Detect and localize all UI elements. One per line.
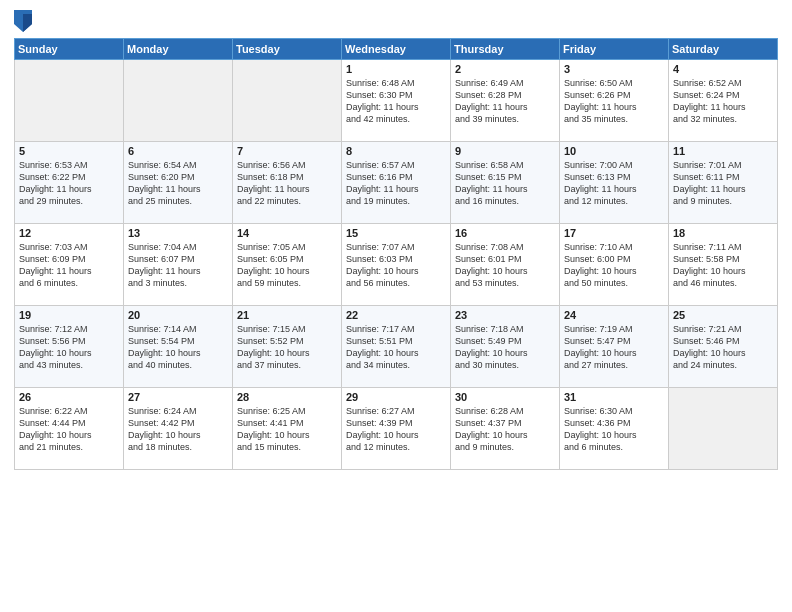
day-number: 9 (455, 145, 555, 157)
weekday-header-sunday: Sunday (15, 39, 124, 60)
day-number: 1 (346, 63, 446, 75)
calendar-cell: 22Sunrise: 7:17 AM Sunset: 5:51 PM Dayli… (342, 306, 451, 388)
weekday-header-tuesday: Tuesday (233, 39, 342, 60)
calendar-cell (15, 60, 124, 142)
calendar-cell: 3Sunrise: 6:50 AM Sunset: 6:26 PM Daylig… (560, 60, 669, 142)
week-row-1: 1Sunrise: 6:48 AM Sunset: 6:30 PM Daylig… (15, 60, 778, 142)
day-number: 26 (19, 391, 119, 403)
calendar-cell: 29Sunrise: 6:27 AM Sunset: 4:39 PM Dayli… (342, 388, 451, 470)
day-info: Sunrise: 7:05 AM Sunset: 6:05 PM Dayligh… (237, 241, 337, 290)
day-number: 15 (346, 227, 446, 239)
day-info: Sunrise: 7:11 AM Sunset: 5:58 PM Dayligh… (673, 241, 773, 290)
weekday-header-thursday: Thursday (451, 39, 560, 60)
weekday-header-monday: Monday (124, 39, 233, 60)
weekday-header-row: SundayMondayTuesdayWednesdayThursdayFrid… (15, 39, 778, 60)
day-info: Sunrise: 7:19 AM Sunset: 5:47 PM Dayligh… (564, 323, 664, 372)
day-info: Sunrise: 7:14 AM Sunset: 5:54 PM Dayligh… (128, 323, 228, 372)
day-info: Sunrise: 6:52 AM Sunset: 6:24 PM Dayligh… (673, 77, 773, 126)
day-number: 28 (237, 391, 337, 403)
day-info: Sunrise: 6:30 AM Sunset: 4:36 PM Dayligh… (564, 405, 664, 454)
day-number: 24 (564, 309, 664, 321)
calendar-cell: 16Sunrise: 7:08 AM Sunset: 6:01 PM Dayli… (451, 224, 560, 306)
calendar-cell: 11Sunrise: 7:01 AM Sunset: 6:11 PM Dayli… (669, 142, 778, 224)
day-number: 8 (346, 145, 446, 157)
day-number: 14 (237, 227, 337, 239)
day-info: Sunrise: 6:28 AM Sunset: 4:37 PM Dayligh… (455, 405, 555, 454)
day-info: Sunrise: 7:17 AM Sunset: 5:51 PM Dayligh… (346, 323, 446, 372)
calendar-cell: 1Sunrise: 6:48 AM Sunset: 6:30 PM Daylig… (342, 60, 451, 142)
page: SundayMondayTuesdayWednesdayThursdayFrid… (0, 0, 792, 612)
calendar-cell: 24Sunrise: 7:19 AM Sunset: 5:47 PM Dayli… (560, 306, 669, 388)
calendar-cell: 7Sunrise: 6:56 AM Sunset: 6:18 PM Daylig… (233, 142, 342, 224)
day-number: 6 (128, 145, 228, 157)
calendar-cell: 19Sunrise: 7:12 AM Sunset: 5:56 PM Dayli… (15, 306, 124, 388)
day-number: 12 (19, 227, 119, 239)
day-info: Sunrise: 7:03 AM Sunset: 6:09 PM Dayligh… (19, 241, 119, 290)
calendar-cell: 26Sunrise: 6:22 AM Sunset: 4:44 PM Dayli… (15, 388, 124, 470)
day-number: 27 (128, 391, 228, 403)
day-number: 10 (564, 145, 664, 157)
calendar-cell: 23Sunrise: 7:18 AM Sunset: 5:49 PM Dayli… (451, 306, 560, 388)
day-number: 7 (237, 145, 337, 157)
calendar-cell: 4Sunrise: 6:52 AM Sunset: 6:24 PM Daylig… (669, 60, 778, 142)
calendar-cell: 8Sunrise: 6:57 AM Sunset: 6:16 PM Daylig… (342, 142, 451, 224)
day-info: Sunrise: 6:22 AM Sunset: 4:44 PM Dayligh… (19, 405, 119, 454)
weekday-header-wednesday: Wednesday (342, 39, 451, 60)
week-row-4: 19Sunrise: 7:12 AM Sunset: 5:56 PM Dayli… (15, 306, 778, 388)
calendar-cell: 2Sunrise: 6:49 AM Sunset: 6:28 PM Daylig… (451, 60, 560, 142)
calendar-cell: 30Sunrise: 6:28 AM Sunset: 4:37 PM Dayli… (451, 388, 560, 470)
day-number: 31 (564, 391, 664, 403)
day-number: 16 (455, 227, 555, 239)
calendar-cell: 17Sunrise: 7:10 AM Sunset: 6:00 PM Dayli… (560, 224, 669, 306)
weekday-header-saturday: Saturday (669, 39, 778, 60)
day-number: 5 (19, 145, 119, 157)
day-number: 21 (237, 309, 337, 321)
day-info: Sunrise: 7:15 AM Sunset: 5:52 PM Dayligh… (237, 323, 337, 372)
day-number: 2 (455, 63, 555, 75)
day-info: Sunrise: 6:27 AM Sunset: 4:39 PM Dayligh… (346, 405, 446, 454)
calendar: SundayMondayTuesdayWednesdayThursdayFrid… (14, 38, 778, 470)
day-info: Sunrise: 6:56 AM Sunset: 6:18 PM Dayligh… (237, 159, 337, 208)
day-info: Sunrise: 7:18 AM Sunset: 5:49 PM Dayligh… (455, 323, 555, 372)
day-number: 19 (19, 309, 119, 321)
calendar-cell: 25Sunrise: 7:21 AM Sunset: 5:46 PM Dayli… (669, 306, 778, 388)
day-info: Sunrise: 6:48 AM Sunset: 6:30 PM Dayligh… (346, 77, 446, 126)
calendar-cell (233, 60, 342, 142)
day-number: 22 (346, 309, 446, 321)
calendar-cell (124, 60, 233, 142)
calendar-cell: 12Sunrise: 7:03 AM Sunset: 6:09 PM Dayli… (15, 224, 124, 306)
calendar-cell (669, 388, 778, 470)
day-info: Sunrise: 7:10 AM Sunset: 6:00 PM Dayligh… (564, 241, 664, 290)
weekday-header-friday: Friday (560, 39, 669, 60)
week-row-3: 12Sunrise: 7:03 AM Sunset: 6:09 PM Dayli… (15, 224, 778, 306)
day-number: 20 (128, 309, 228, 321)
day-number: 18 (673, 227, 773, 239)
calendar-cell: 21Sunrise: 7:15 AM Sunset: 5:52 PM Dayli… (233, 306, 342, 388)
day-info: Sunrise: 6:58 AM Sunset: 6:15 PM Dayligh… (455, 159, 555, 208)
day-info: Sunrise: 6:25 AM Sunset: 4:41 PM Dayligh… (237, 405, 337, 454)
calendar-cell: 15Sunrise: 7:07 AM Sunset: 6:03 PM Dayli… (342, 224, 451, 306)
day-number: 30 (455, 391, 555, 403)
logo (14, 10, 37, 32)
day-number: 17 (564, 227, 664, 239)
calendar-cell: 27Sunrise: 6:24 AM Sunset: 4:42 PM Dayli… (124, 388, 233, 470)
calendar-cell: 20Sunrise: 7:14 AM Sunset: 5:54 PM Dayli… (124, 306, 233, 388)
day-number: 11 (673, 145, 773, 157)
calendar-cell: 5Sunrise: 6:53 AM Sunset: 6:22 PM Daylig… (15, 142, 124, 224)
calendar-cell: 10Sunrise: 7:00 AM Sunset: 6:13 PM Dayli… (560, 142, 669, 224)
calendar-cell: 13Sunrise: 7:04 AM Sunset: 6:07 PM Dayli… (124, 224, 233, 306)
day-number: 3 (564, 63, 664, 75)
calendar-cell: 28Sunrise: 6:25 AM Sunset: 4:41 PM Dayli… (233, 388, 342, 470)
day-number: 23 (455, 309, 555, 321)
day-info: Sunrise: 6:54 AM Sunset: 6:20 PM Dayligh… (128, 159, 228, 208)
day-number: 25 (673, 309, 773, 321)
calendar-cell: 31Sunrise: 6:30 AM Sunset: 4:36 PM Dayli… (560, 388, 669, 470)
week-row-2: 5Sunrise: 6:53 AM Sunset: 6:22 PM Daylig… (15, 142, 778, 224)
day-info: Sunrise: 7:01 AM Sunset: 6:11 PM Dayligh… (673, 159, 773, 208)
day-number: 4 (673, 63, 773, 75)
day-info: Sunrise: 6:24 AM Sunset: 4:42 PM Dayligh… (128, 405, 228, 454)
day-info: Sunrise: 7:12 AM Sunset: 5:56 PM Dayligh… (19, 323, 119, 372)
day-info: Sunrise: 7:21 AM Sunset: 5:46 PM Dayligh… (673, 323, 773, 372)
day-info: Sunrise: 7:08 AM Sunset: 6:01 PM Dayligh… (455, 241, 555, 290)
day-info: Sunrise: 6:57 AM Sunset: 6:16 PM Dayligh… (346, 159, 446, 208)
